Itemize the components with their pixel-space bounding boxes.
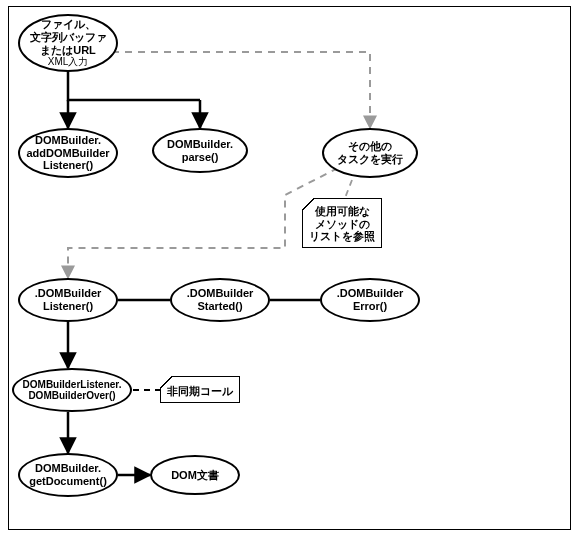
text: その他の (348, 140, 392, 153)
text: getDocument() (29, 475, 107, 488)
node-other-tasks: その他の タスクを実行 (322, 128, 418, 178)
text: addDOMBuilder (26, 147, 109, 160)
node-get-document: DOMBuilder. getDocument() (18, 453, 118, 497)
text: .DOMBuilder (35, 287, 102, 300)
text: メソッドの (315, 218, 370, 230)
diagram-frame: ファイル、 文字列バッファ またはURL XML入力 DOMBuilder. a… (0, 0, 579, 538)
text: 使用可能な (315, 205, 370, 217)
text: ファイル、 (41, 18, 96, 31)
text: Listener() (43, 300, 93, 313)
text: Listener() (43, 159, 93, 172)
node-dom-doc: DOM文書 (150, 455, 240, 495)
text: parse() (182, 151, 219, 164)
text: DOMBuilderListener. (23, 379, 122, 391)
text: DOMBuilderOver() (28, 390, 115, 402)
node-add-listener: DOMBuilder. addDOMBuilder Listener() (18, 128, 118, 178)
node-start: ファイル、 文字列バッファ またはURL XML入力 (18, 14, 118, 72)
diagram-border (8, 6, 571, 530)
text: タスクを実行 (337, 153, 403, 166)
text: DOM文書 (171, 469, 219, 482)
text: DOMBuilder. (35, 134, 101, 147)
text: リストを参照 (309, 230, 375, 242)
text: Started() (197, 300, 242, 313)
text: またはURL (40, 44, 96, 57)
text: DOMBuilder. (167, 138, 233, 151)
text: .DOMBuilder (187, 287, 254, 300)
text: 非同期コール (167, 385, 233, 397)
note-async: 非同期コール (160, 376, 240, 403)
text-sub: XML入力 (48, 56, 89, 68)
node-over: DOMBuilderListener. DOMBuilderOver() (12, 368, 132, 412)
text: .DOMBuilder (337, 287, 404, 300)
node-listener: .DOMBuilder Listener() (18, 278, 118, 322)
text: 文字列バッファ (30, 31, 107, 44)
note-methods: 使用可能な メソッドの リストを参照 (302, 198, 382, 248)
node-started: .DOMBuilder Started() (170, 278, 270, 322)
node-error: .DOMBuilder Error() (320, 278, 420, 322)
text: DOMBuilder. (35, 462, 101, 475)
node-parse: DOMBuilder. parse() (152, 128, 248, 173)
text: Error() (353, 300, 387, 313)
